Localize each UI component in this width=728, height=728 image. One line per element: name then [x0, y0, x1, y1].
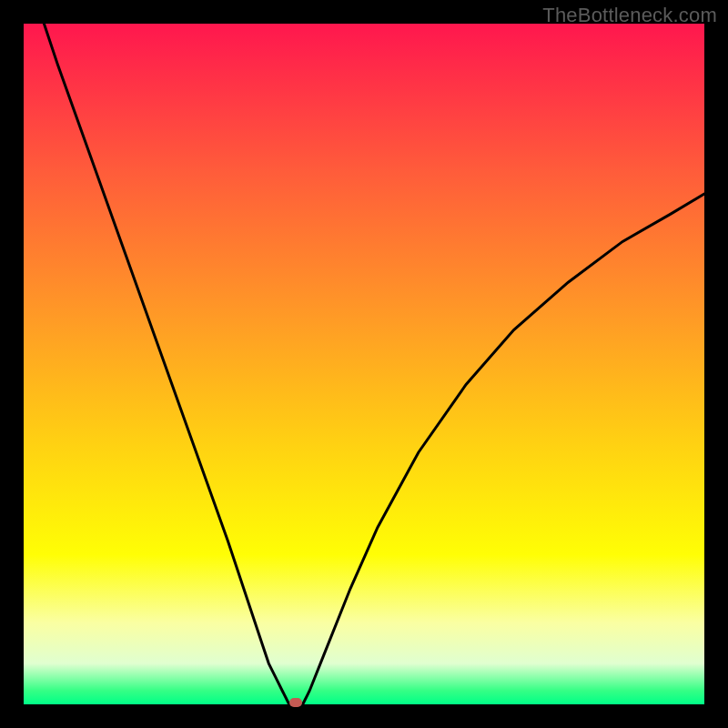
- right-branch-path: [303, 194, 704, 704]
- bottleneck-curve: [24, 24, 704, 704]
- gradient-plot-area: [24, 24, 704, 704]
- watermark-text: TheBottleneck.com: [542, 4, 717, 27]
- optimal-point-marker: [289, 698, 302, 707]
- left-branch-path: [44, 24, 288, 704]
